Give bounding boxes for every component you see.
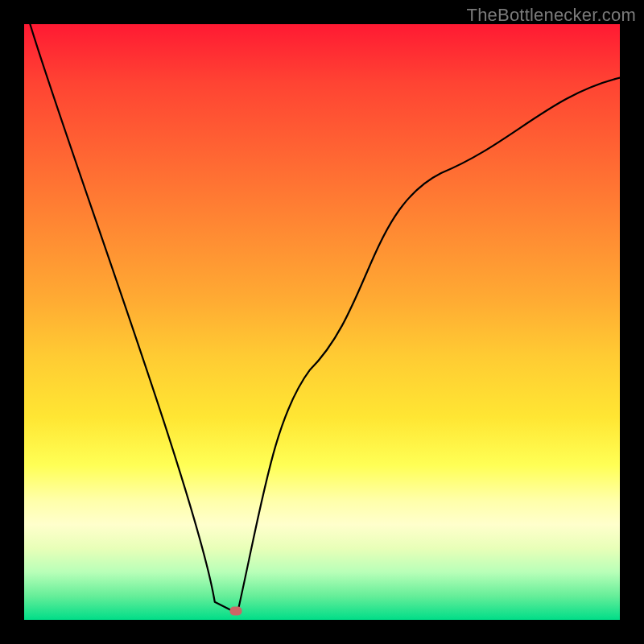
minimum-marker — [229, 606, 242, 615]
chart-frame: TheBottlenecker.com — [0, 0, 644, 644]
watermark-text: TheBottlenecker.com — [467, 5, 636, 26]
plot-area — [24, 24, 620, 620]
bottleneck-curve — [24, 24, 620, 620]
